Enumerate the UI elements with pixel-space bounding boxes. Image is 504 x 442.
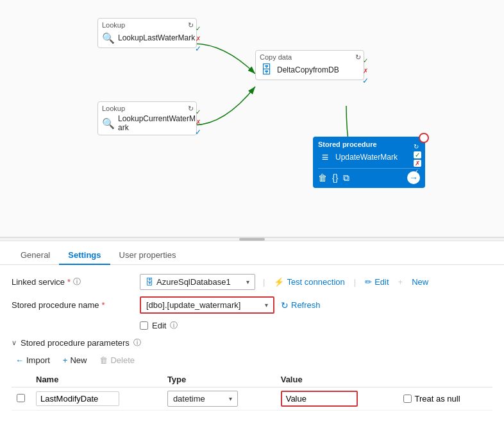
type-dropdown[interactable]: datetime ▾ — [167, 391, 238, 407]
delete-param-button[interactable]: 🗑 Delete — [96, 353, 139, 367]
run-icon-3: ✓ — [361, 76, 370, 85]
pipe-2: | — [354, 277, 356, 287]
copy-data-type: Copy data — [260, 53, 360, 61]
new-link[interactable]: New — [412, 277, 428, 287]
col-value: Value — [276, 372, 398, 387]
node-refresh-icon: ↻ — [188, 21, 194, 30]
lookup1-type: Lookup — [102, 21, 192, 29]
sp-params-header[interactable]: ∨ Stored procedure parameters ⓘ — [12, 337, 492, 348]
sp-name-value: [dbo].[update_watermark] — [146, 300, 262, 310]
copy-data-label: DeltaCopyfromDB — [277, 65, 360, 74]
settings-content: Linked service * ⓘ 🗄 AzureSqlDatabase1 ▾… — [0, 265, 504, 411]
pipe-3: + — [398, 277, 403, 287]
table-row: datetime ▾ Treat as null — [12, 387, 492, 411]
sp-action-bar: 🗑 {} ⧉ → — [318, 168, 420, 184]
edit-checkbox-row: Edit ⓘ — [140, 320, 492, 331]
sp-node[interactable]: Stored procedure ≡ UpdateWaterMark 🗑 {} … — [313, 137, 425, 188]
cross-icon-3: ✗ — [361, 66, 370, 75]
node-refresh-icon-3: ↻ — [355, 53, 361, 62]
edit-link[interactable]: ✏ Edit — [365, 277, 389, 287]
import-button[interactable]: ← Import — [12, 353, 54, 367]
bottom-panel: General Settings User properties Linked … — [0, 241, 504, 411]
edit-checkbox-label[interactable]: Edit — [152, 321, 166, 330]
name-input[interactable] — [36, 391, 119, 406]
sp-params-title: Stored procedure parameters — [21, 338, 130, 348]
treat-null-cell: Treat as null — [398, 387, 492, 411]
sp-name-dropdown[interactable]: [dbo].[update_watermark] ▾ — [140, 296, 274, 314]
sp-params-section: ∨ Stored procedure parameters ⓘ ← Import… — [12, 337, 492, 411]
lookup1-status: ✓ ✗ ✓ — [194, 24, 203, 53]
lookup1-node[interactable]: Lookup 🔍 LookupLastWaterMark ✓ ✗ ✓ ↻ — [97, 18, 197, 48]
node-refresh-icon-2: ↻ — [188, 105, 194, 113]
sp-icon: ≡ — [318, 150, 332, 164]
sp-name-row: Stored procedure name * [dbo].[update_wa… — [12, 296, 492, 314]
tab-general[interactable]: General — [12, 246, 59, 265]
sp-required-star: * — [102, 300, 105, 310]
col-checkbox — [12, 372, 31, 387]
test-connection-link[interactable]: ⚡ Test connection — [274, 277, 344, 287]
cross-icon: ✗ — [194, 34, 203, 43]
lookup2-type: Lookup — [102, 105, 192, 112]
params-toolbar: ← Import + New 🗑 Delete — [12, 353, 492, 367]
copy-icon[interactable]: ⧉ — [343, 173, 349, 183]
connect-icon: ⚡ — [274, 277, 284, 287]
lookup2-status: ✓ ✗ ✓ — [194, 107, 203, 137]
name-cell — [31, 387, 162, 411]
copy-data-icon: 🗄 — [260, 63, 274, 77]
sp-name-label: Stored procedure name * — [12, 300, 140, 310]
copy-data-status: ✓ ✗ ✓ — [361, 56, 370, 85]
lookup1-icon: 🔍 — [102, 31, 115, 45]
value-input[interactable] — [281, 391, 358, 407]
divider-handle — [239, 238, 265, 241]
tab-bar: General Settings User properties — [0, 241, 504, 265]
row-checkbox-cell — [12, 387, 31, 411]
linked-service-actions: | ⚡ Test connection | ✏ Edit + New — [262, 277, 428, 287]
run-icon: ✓ — [194, 44, 203, 53]
pipeline-canvas: Lookup 🔍 LookupLastWaterMark ✓ ✗ ✓ ↻ Loo… — [0, 0, 504, 237]
linked-service-row: Linked service * ⓘ 🗄 AzureSqlDatabase1 ▾… — [12, 274, 492, 290]
type-value: datetime — [173, 394, 226, 404]
import-icon: ← — [15, 355, 24, 365]
row-checkbox[interactable] — [17, 394, 25, 402]
sp-label: UpdateWaterMark — [335, 153, 420, 162]
cross-icon-2: ✗ — [194, 117, 203, 126]
db-icon: 🗄 — [146, 277, 154, 287]
new-param-button[interactable]: + New — [59, 353, 91, 367]
info-icon-edit[interactable]: ⓘ — [170, 320, 178, 331]
plus-icon: + — [63, 355, 68, 365]
info-icon-linked[interactable]: ⓘ — [73, 276, 81, 287]
type-cell: datetime ▾ — [162, 387, 276, 411]
sp-node-status: ↻ ✓ ✗ ✓ — [414, 143, 421, 175]
trash-icon: 🗑 — [99, 355, 108, 365]
tab-settings[interactable]: Settings — [59, 246, 110, 265]
linked-service-dropdown[interactable]: 🗄 AzureSqlDatabase1 ▾ — [140, 274, 255, 290]
chevron-down-icon: ▾ — [246, 278, 249, 285]
check-icon-3: ✓ — [361, 56, 370, 65]
treat-as-null-label: Treat as null — [403, 394, 487, 404]
lookup2-icon: 🔍 — [102, 116, 115, 130]
treat-as-null-checkbox[interactable] — [403, 395, 412, 403]
tab-user-properties[interactable]: User properties — [110, 246, 185, 265]
refresh-button[interactable]: ↻ Refresh — [281, 300, 321, 310]
run-icon-2: ✓ — [194, 128, 203, 137]
params-table: Name Type Value — [12, 372, 492, 411]
expand-icon: ∨ — [12, 339, 17, 347]
col-type: Type — [162, 372, 276, 387]
sp-chevron-icon: ▾ — [265, 302, 268, 309]
edit-checkbox[interactable] — [140, 321, 148, 330]
check-icon-2: ✓ — [194, 107, 203, 116]
col-name: Name — [31, 372, 162, 387]
edit-icon: ✏ — [365, 277, 372, 287]
delete-icon[interactable]: 🗑 — [318, 173, 327, 183]
refresh-icon: ↻ — [281, 300, 289, 310]
linked-service-value: AzureSqlDatabase1 — [156, 277, 244, 287]
code-icon[interactable]: {} — [332, 173, 338, 183]
lookup1-label: LookupLastWaterMark — [118, 33, 195, 42]
pipe-1: | — [263, 277, 265, 287]
sp-red-circle — [419, 133, 429, 143]
copy-data-node[interactable]: Copy data 🗄 DeltaCopyfromDB ✓ ✗ ✓ ↻ — [255, 50, 364, 80]
info-icon-params[interactable]: ⓘ — [133, 337, 141, 348]
lookup2-node[interactable]: Lookup 🔍 LookupCurrentWaterMark ✓ ✗ ✓ ↻ — [97, 101, 197, 135]
required-star: * — [67, 277, 71, 287]
linked-service-label: Linked service * ⓘ — [12, 276, 140, 287]
